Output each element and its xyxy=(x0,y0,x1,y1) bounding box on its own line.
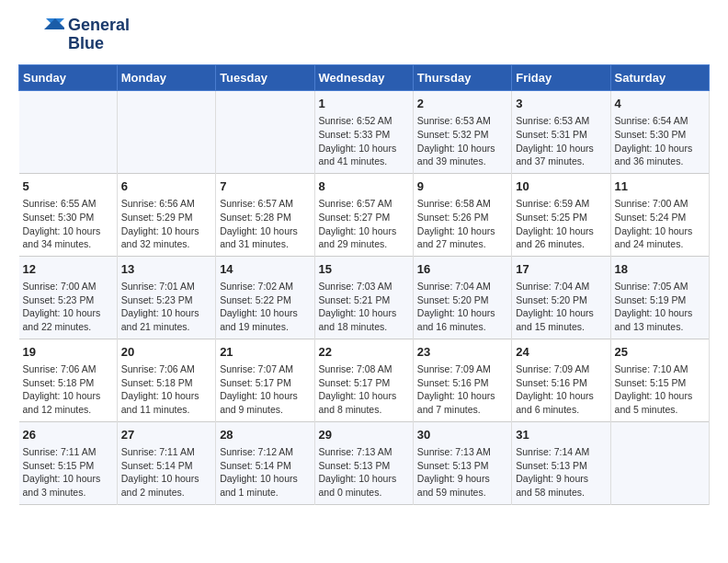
calendar-cell: 4Sunrise: 6:54 AM Sunset: 5:30 PM Daylig… xyxy=(610,91,709,174)
day-info: Sunrise: 7:07 AM Sunset: 5:17 PM Dayligh… xyxy=(220,362,310,417)
calendar-cell xyxy=(19,91,118,174)
day-info: Sunrise: 6:54 AM Sunset: 5:30 PM Dayligh… xyxy=(615,114,705,168)
header-saturday: Saturday xyxy=(610,65,709,91)
calendar-cell: 13Sunrise: 7:01 AM Sunset: 5:23 PM Dayli… xyxy=(117,256,215,339)
day-number: 4 xyxy=(615,96,705,112)
day-number: 3 xyxy=(516,96,606,112)
day-number: 18 xyxy=(615,261,705,278)
day-info: Sunrise: 7:13 AM Sunset: 5:13 PM Dayligh… xyxy=(417,445,507,500)
calendar-week-5: 26Sunrise: 7:11 AM Sunset: 5:15 PM Dayli… xyxy=(19,421,710,504)
day-info: Sunrise: 7:04 AM Sunset: 5:20 PM Dayligh… xyxy=(417,280,507,334)
calendar-header-row: SundayMondayTuesdayWednesdayThursdayFrid… xyxy=(19,65,710,91)
day-number: 30 xyxy=(417,427,507,443)
day-info: Sunrise: 7:08 AM Sunset: 5:17 PM Dayligh… xyxy=(319,362,409,417)
calendar-cell: 5Sunrise: 6:55 AM Sunset: 5:30 PM Daylig… xyxy=(19,173,118,256)
calendar-cell: 3Sunrise: 6:53 AM Sunset: 5:31 PM Daylig… xyxy=(512,91,610,174)
logo-svg xyxy=(18,15,64,55)
header-monday: Monday xyxy=(117,65,215,91)
day-number: 24 xyxy=(516,344,606,361)
calendar-cell: 27Sunrise: 7:11 AM Sunset: 5:14 PM Dayli… xyxy=(117,421,215,504)
day-number: 13 xyxy=(121,261,211,278)
calendar-cell: 1Sunrise: 6:52 AM Sunset: 5:33 PM Daylig… xyxy=(314,91,413,174)
day-number: 17 xyxy=(516,261,606,278)
calendar-cell: 9Sunrise: 6:58 AM Sunset: 5:26 PM Daylig… xyxy=(413,173,511,256)
day-info: Sunrise: 7:02 AM Sunset: 5:22 PM Dayligh… xyxy=(220,280,310,334)
calendar-cell: 12Sunrise: 7:00 AM Sunset: 5:23 PM Dayli… xyxy=(19,256,118,339)
day-number: 15 xyxy=(319,261,409,278)
day-info: Sunrise: 7:00 AM Sunset: 5:23 PM Dayligh… xyxy=(23,280,113,334)
calendar-cell: 14Sunrise: 7:02 AM Sunset: 5:22 PM Dayli… xyxy=(216,256,314,339)
day-info: Sunrise: 7:04 AM Sunset: 5:20 PM Dayligh… xyxy=(516,280,606,334)
calendar-cell: 10Sunrise: 6:59 AM Sunset: 5:25 PM Dayli… xyxy=(512,173,610,256)
calendar-cell: 11Sunrise: 7:00 AM Sunset: 5:24 PM Dayli… xyxy=(610,173,709,256)
day-info: Sunrise: 6:57 AM Sunset: 5:28 PM Dayligh… xyxy=(220,197,310,251)
day-info: Sunrise: 6:56 AM Sunset: 5:29 PM Dayligh… xyxy=(121,197,211,251)
header-wednesday: Wednesday xyxy=(314,65,413,91)
day-info: Sunrise: 7:03 AM Sunset: 5:21 PM Dayligh… xyxy=(319,280,409,334)
day-number: 11 xyxy=(615,178,705,195)
logo-general: General xyxy=(68,17,130,35)
day-info: Sunrise: 7:09 AM Sunset: 5:16 PM Dayligh… xyxy=(417,362,507,417)
header-friday: Friday xyxy=(512,65,610,91)
calendar-cell: 30Sunrise: 7:13 AM Sunset: 5:13 PM Dayli… xyxy=(413,421,511,504)
calendar-cell: 16Sunrise: 7:04 AM Sunset: 5:20 PM Dayli… xyxy=(413,256,511,339)
day-info: Sunrise: 6:55 AM Sunset: 5:30 PM Dayligh… xyxy=(23,197,113,251)
calendar-cell: 8Sunrise: 6:57 AM Sunset: 5:27 PM Daylig… xyxy=(314,173,413,256)
day-info: Sunrise: 7:06 AM Sunset: 5:18 PM Dayligh… xyxy=(23,362,113,417)
calendar-cell: 22Sunrise: 7:08 AM Sunset: 5:17 PM Dayli… xyxy=(314,339,413,421)
calendar-cell: 25Sunrise: 7:10 AM Sunset: 5:15 PM Dayli… xyxy=(610,339,709,421)
day-info: Sunrise: 7:11 AM Sunset: 5:15 PM Dayligh… xyxy=(23,445,113,500)
day-info: Sunrise: 7:00 AM Sunset: 5:24 PM Dayligh… xyxy=(615,197,705,251)
header-tuesday: Tuesday xyxy=(216,65,314,91)
day-number: 2 xyxy=(417,96,507,112)
calendar-cell xyxy=(610,421,709,504)
calendar-week-3: 12Sunrise: 7:00 AM Sunset: 5:23 PM Dayli… xyxy=(19,256,710,339)
logo: GeneralBlue xyxy=(18,15,130,55)
day-info: Sunrise: 7:13 AM Sunset: 5:13 PM Dayligh… xyxy=(319,445,409,500)
calendar-cell xyxy=(117,91,215,174)
calendar-week-4: 19Sunrise: 7:06 AM Sunset: 5:18 PM Dayli… xyxy=(19,339,710,421)
calendar-cell: 15Sunrise: 7:03 AM Sunset: 5:21 PM Dayli… xyxy=(314,256,413,339)
calendar-week-2: 5Sunrise: 6:55 AM Sunset: 5:30 PM Daylig… xyxy=(19,173,710,256)
page-header: GeneralBlue xyxy=(18,15,710,55)
calendar-cell: 28Sunrise: 7:12 AM Sunset: 5:14 PM Dayli… xyxy=(216,421,314,504)
day-info: Sunrise: 6:59 AM Sunset: 5:25 PM Dayligh… xyxy=(516,197,606,251)
logo-blue: Blue xyxy=(68,35,130,53)
day-number: 6 xyxy=(121,178,211,195)
day-info: Sunrise: 6:52 AM Sunset: 5:33 PM Dayligh… xyxy=(319,114,409,168)
header-thursday: Thursday xyxy=(413,65,511,91)
calendar-cell: 26Sunrise: 7:11 AM Sunset: 5:15 PM Dayli… xyxy=(19,421,118,504)
day-info: Sunrise: 7:05 AM Sunset: 5:19 PM Dayligh… xyxy=(615,280,705,334)
day-info: Sunrise: 6:53 AM Sunset: 5:32 PM Dayligh… xyxy=(417,114,507,168)
calendar-cell: 7Sunrise: 6:57 AM Sunset: 5:28 PM Daylig… xyxy=(216,173,314,256)
calendar-week-1: 1Sunrise: 6:52 AM Sunset: 5:33 PM Daylig… xyxy=(19,91,710,174)
calendar-cell: 23Sunrise: 7:09 AM Sunset: 5:16 PM Dayli… xyxy=(413,339,511,421)
day-number: 27 xyxy=(121,427,211,443)
day-number: 25 xyxy=(615,344,705,361)
header-sunday: Sunday xyxy=(19,65,118,91)
day-number: 14 xyxy=(220,261,310,278)
calendar-cell: 31Sunrise: 7:14 AM Sunset: 5:13 PM Dayli… xyxy=(512,421,610,504)
day-info: Sunrise: 6:57 AM Sunset: 5:27 PM Dayligh… xyxy=(319,197,409,251)
day-number: 9 xyxy=(417,178,507,195)
day-number: 5 xyxy=(23,178,113,195)
calendar-table: SundayMondayTuesdayWednesdayThursdayFrid… xyxy=(18,64,710,505)
day-number: 29 xyxy=(319,427,409,443)
calendar-cell: 24Sunrise: 7:09 AM Sunset: 5:16 PM Dayli… xyxy=(512,339,610,421)
calendar-cell: 29Sunrise: 7:13 AM Sunset: 5:13 PM Dayli… xyxy=(314,421,413,504)
calendar-cell: 17Sunrise: 7:04 AM Sunset: 5:20 PM Dayli… xyxy=(512,256,610,339)
day-number: 7 xyxy=(220,178,310,195)
calendar-cell: 18Sunrise: 7:05 AM Sunset: 5:19 PM Dayli… xyxy=(610,256,709,339)
day-number: 31 xyxy=(516,427,606,443)
day-number: 19 xyxy=(23,344,113,361)
calendar-cell: 6Sunrise: 6:56 AM Sunset: 5:29 PM Daylig… xyxy=(117,173,215,256)
calendar-cell xyxy=(216,91,314,174)
day-number: 22 xyxy=(319,344,409,361)
day-number: 28 xyxy=(220,427,310,443)
day-number: 16 xyxy=(417,261,507,278)
day-info: Sunrise: 7:06 AM Sunset: 5:18 PM Dayligh… xyxy=(121,362,211,417)
day-info: Sunrise: 6:58 AM Sunset: 5:26 PM Dayligh… xyxy=(417,197,507,251)
calendar-cell: 21Sunrise: 7:07 AM Sunset: 5:17 PM Dayli… xyxy=(216,339,314,421)
calendar-cell: 20Sunrise: 7:06 AM Sunset: 5:18 PM Dayli… xyxy=(117,339,215,421)
day-number: 23 xyxy=(417,344,507,361)
